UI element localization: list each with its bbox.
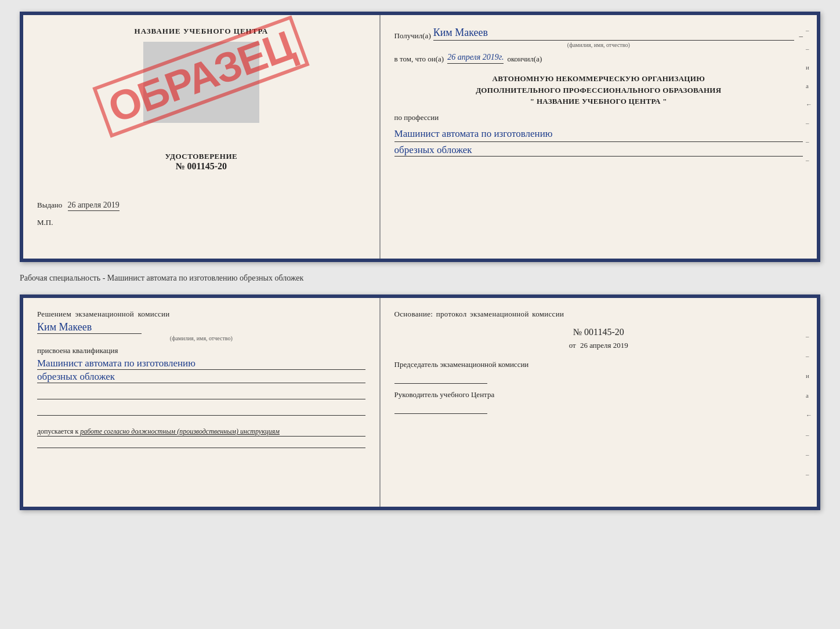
blank-line2 <box>37 403 365 416</box>
right-margin-marks-bottom: – – и а ← – – – <box>806 333 812 478</box>
fio-sublabel-bottom: (фамилия, имя, отчество) <box>37 335 365 341</box>
predsedatel-signature-line <box>394 371 487 384</box>
exam-person-name: Ким Макеев <box>37 321 142 334</box>
bmark7: – <box>806 451 812 458</box>
protocol-date: 26 апреля 2019 <box>580 341 628 350</box>
dash1: – <box>799 31 803 41</box>
bottom-document: Решением экзаменационной комиссии Ким Ма… <box>20 294 820 510</box>
ot-label: от <box>569 341 576 350</box>
blank-line3 <box>37 439 365 448</box>
dopusk-italic-text: работе согласно должностным (производств… <box>80 427 280 435</box>
rukovoditel-block: Руководитель учебного Центра <box>394 390 803 414</box>
bmark6: – <box>806 431 812 438</box>
mp-line: М.П. <box>37 218 365 227</box>
po-professii-label: по профессии <box>394 113 803 122</box>
qualification-line2: обрезных обложек <box>37 371 365 383</box>
mark5: ← <box>806 101 812 108</box>
qualification-line1: Машинист автомата по изготовлению <box>37 358 365 370</box>
mark6: – <box>806 119 812 126</box>
prisvoena-label: присвоена квалификация <box>37 346 365 355</box>
bottom-doc-right: Основание: протокол экзаменационной коми… <box>381 298 817 507</box>
mark3: и <box>806 64 812 71</box>
recipient-name: Ким Макеев <box>433 27 795 41</box>
mark4: а <box>806 82 812 89</box>
org-line2: ДОПОЛНИТЕЛЬНОГО ПРОФЕССИОНАЛЬНОГО ОБРАЗО… <box>394 85 803 96</box>
mark1: – <box>806 27 812 34</box>
bmark5: ← <box>806 412 812 419</box>
org-line1: АВТОНОМНУЮ НЕКОММЕРЧЕСКУЮ ОРГАНИЗАЦИЮ <box>394 73 803 85</box>
top-doc-right: Получил(а) Ким Макеев – (фамилия, имя, о… <box>381 15 817 259</box>
stamp-area: ОБРАЗЕЦ <box>143 42 259 117</box>
predsedatel-title: Председатель экзаменационной комиссии <box>394 359 803 370</box>
photo-placeholder <box>143 42 259 123</box>
rukovoditel-signature-line <box>394 401 487 414</box>
profession-line2: обрезных обложек <box>394 144 803 157</box>
org-line3: " НАЗВАНИЕ УЧЕБНОГО ЦЕНТРА " <box>394 96 803 107</box>
udostoverenie-title: УДОСТОВЕРЕНИЕ <box>37 152 365 161</box>
right-margin-marks: – – и а ← – – – <box>806 27 812 163</box>
profession-line1: Машинист автомата по изготовлению <box>394 126 803 142</box>
vydano-label: Выдано <box>37 201 62 209</box>
kim-makeev-wrapper: Ким Макеев <box>37 321 365 334</box>
org-name-block: АВТОНОМНУЮ НЕКОММЕРЧЕСКУЮ ОРГАНИЗАЦИЮ ДО… <box>394 73 803 107</box>
dopuskaetsya-line: допускается к работе согласно должностны… <box>37 427 365 437</box>
bmark3: и <box>806 372 812 379</box>
predsedatel-block: Председатель экзаменационной комиссии <box>394 359 803 384</box>
mark2: – <box>806 45 812 52</box>
mark8: – <box>806 157 812 163</box>
completion-date: 26 апреля 2019г. <box>447 53 504 64</box>
vydano-line: Выдано 26 апреля 2019 <box>37 201 365 210</box>
vydano-date: 26 апреля 2019 <box>68 201 120 211</box>
poluchil-label: Получил(а) <box>394 31 431 41</box>
osnovanie-text: Основание: протокол экзаменационной коми… <box>394 310 803 319</box>
poluchil-line: Получил(а) Ким Макеев – <box>394 27 803 41</box>
okonchil-text: окончил(а) <box>507 54 542 64</box>
middle-label: Рабочая специальность - Машинист автомат… <box>20 271 820 285</box>
school-title-top: НАЗВАНИЕ УЧЕБНОГО ЦЕНТРА <box>37 27 365 36</box>
vtom-line: в том, что он(а) 26 апреля 2019г. окончи… <box>394 53 803 64</box>
protocol-number: № 001145-20 <box>394 327 803 337</box>
rukovoditel-title: Руководитель учебного Центра <box>394 390 803 400</box>
vtom-text: в том, что он(а) <box>394 54 444 64</box>
top-doc-left: НАЗВАНИЕ УЧЕБНОГО ЦЕНТРА ОБРАЗЕЦ УДОСТОВ… <box>23 15 381 259</box>
blank-line1 <box>37 387 365 399</box>
bmark4: а <box>806 392 812 399</box>
top-document: НАЗВАНИЕ УЧЕБНОГО ЦЕНТРА ОБРАЗЕЦ УДОСТОВ… <box>20 12 820 262</box>
mark7: – <box>806 138 812 145</box>
bmark1: – <box>806 333 812 340</box>
udostoverenie-number: № 001145-20 <box>37 161 365 172</box>
ot-date: от 26 апреля 2019 <box>394 341 803 350</box>
bottom-doc-left: Решением экзаменационной комиссии Ким Ма… <box>23 298 381 507</box>
resheniem-title: Решением экзаменационной комиссии <box>37 310 365 319</box>
bmark2: – <box>806 352 812 359</box>
udostoverenie-block: УДОСТОВЕРЕНИЕ № 001145-20 <box>37 152 365 172</box>
dopusk-prefix: допускается к <box>37 427 78 435</box>
bmark8: – <box>806 471 812 478</box>
fio-sublabel-top: (фамилия, имя, отчество) <box>394 42 803 48</box>
